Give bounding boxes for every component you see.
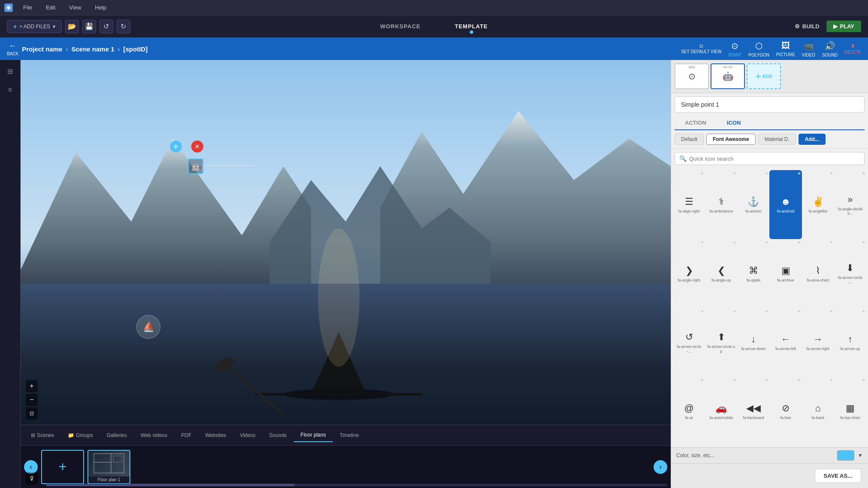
star-icon[interactable]: ★ <box>797 171 801 176</box>
add-icon-thumb[interactable]: + ADD <box>747 63 781 89</box>
icon-cell-fa-archive[interactable]: ★▣fa-archive <box>769 239 802 308</box>
undo-button[interactable]: ↺ <box>99 20 113 33</box>
star-icon[interactable]: ★ <box>732 309 736 314</box>
action-tab[interactable]: ACTION <box>675 116 717 129</box>
zoom-in-button[interactable]: + <box>26 380 38 392</box>
star-icon[interactable]: ★ <box>862 171 865 176</box>
star-icon[interactable]: ★ <box>829 377 833 382</box>
icon-cell-fa-at[interactable]: ★@fa-at <box>673 377 705 446</box>
icon-cell-fa-ban[interactable]: ★⊘fa-ban <box>769 377 802 446</box>
star-icon[interactable]: ★ <box>797 377 801 382</box>
save-as-button[interactable]: SAVE AS... <box>815 469 861 483</box>
star-icon[interactable]: ★ <box>732 240 736 245</box>
default-icon-thumb[interactable]: ⊙ 000 <box>675 63 709 89</box>
prev-button[interactable]: ‹ <box>24 460 38 474</box>
spot-icon-box[interactable]: 🤖 <box>188 159 203 174</box>
build-button[interactable]: ⚙ BUILD <box>795 23 820 30</box>
star-icon[interactable]: ★ <box>700 240 704 245</box>
icon-cell-fa-angle-double[interactable]: ★»fa-angle-double... <box>834 170 866 239</box>
next-button[interactable]: › <box>654 460 667 474</box>
star-icon[interactable]: ★ <box>797 309 801 314</box>
save-button[interactable]: 💾 <box>82 20 96 33</box>
color-expand-icon[interactable]: ▼ <box>858 452 863 458</box>
icon-cell-fa-angle-right[interactable]: ★❯fa-angle-right <box>673 239 705 308</box>
template-tab[interactable]: TEMPLATE <box>437 20 505 33</box>
point-name-input[interactable] <box>675 96 865 113</box>
canvas-area[interactable]: ✛ ✕ 🤖 ⛵ + − ⊡ <box>21 60 671 425</box>
icon-cell-fa-area-chart[interactable]: ★⌇fa-area-chart <box>802 239 834 308</box>
timeline-scrollbar[interactable] <box>46 484 667 486</box>
add-source-tab[interactable]: Add... <box>799 134 826 145</box>
tab-webvideos[interactable]: Web videos <box>134 429 174 442</box>
set-default-view-button[interactable]: ⊡ SET DEFAULT VIEW <box>681 44 721 54</box>
tab-floor-plans[interactable]: Floor plans <box>294 428 333 442</box>
icon-cell-fa-arrow-down[interactable]: ★↓fa-arrow-down <box>737 308 769 377</box>
icon-cell-fa-align-right[interactable]: ★☰fa-align-right <box>673 170 705 239</box>
point-tool-button[interactable]: ⊙ POINT <box>729 41 742 57</box>
open-folder-button[interactable]: 📂 <box>65 20 79 33</box>
default-source-tab[interactable]: Default <box>675 134 704 145</box>
tab-timeline[interactable]: Timeline <box>333 429 366 442</box>
menu-view[interactable]: View <box>66 3 84 12</box>
icon-cell-fa-bar-chart[interactable]: ★▦fa-bar-chart <box>834 377 866 446</box>
icon-cell-fa-automobile[interactable]: ★🚗fa-automobile <box>705 377 737 446</box>
icon-cell-fa-arrow-circle[interactable]: ★⬇fa-arrow-circle-... <box>834 239 866 308</box>
tab-sounds[interactable]: Sounds <box>262 429 294 442</box>
star-icon[interactable]: ★ <box>765 377 769 382</box>
floor-plan-thumb[interactable]: Floor plan 1 <box>87 450 130 484</box>
star-icon[interactable]: ★ <box>700 171 704 176</box>
font-awesome-tab[interactable]: Font Awesome <box>706 134 756 145</box>
icon-cell-fa-apple[interactable]: ★⌘fa-apple <box>737 239 769 308</box>
icon-cell-fa-backward[interactable]: ★◀◀fa-backward <box>737 377 769 446</box>
zoom-out-button[interactable]: − <box>26 394 38 406</box>
picture-tool-button[interactable]: 🖼 PICTURE <box>776 41 795 57</box>
star-icon[interactable]: ★ <box>732 171 736 176</box>
workspace-tab[interactable]: WORKSPACE <box>363 20 437 33</box>
sidebar-scenes-icon[interactable]: ⊞ <box>3 63 18 79</box>
star-icon[interactable]: ★ <box>765 240 769 245</box>
icon-cell-fa-bank[interactable]: ★⌂fa-bank <box>802 377 834 446</box>
icon-cell-fa-android[interactable]: ★☻fa-android <box>769 170 802 239</box>
star-icon[interactable]: ★ <box>862 240 865 245</box>
star-icon[interactable]: ★ <box>700 377 704 382</box>
spot-move-handle[interactable]: ✛ <box>170 141 182 153</box>
color-swatch[interactable] <box>837 450 854 461</box>
menu-help[interactable]: Help <box>91 3 110 12</box>
icon-cell-fa-arrow-left[interactable]: ★←fa-arrow-left <box>769 308 802 377</box>
play-button[interactable]: ▶ PLAY <box>826 21 861 32</box>
add-files-button[interactable]: + + ADD FILES ▾ <box>7 20 62 33</box>
zoom-fit-button[interactable]: ⊡ <box>26 407 38 419</box>
icon-cell-fa-angellist[interactable]: ★✌fa-angellist <box>802 170 834 239</box>
add-floor-plan-button[interactable]: + <box>41 450 84 484</box>
polygon-tool-button[interactable]: ⬡ POLYGON <box>748 41 769 57</box>
star-icon[interactable]: ★ <box>797 240 801 245</box>
sidebar-layers-icon[interactable]: ≡ <box>3 82 18 98</box>
tab-galleries[interactable]: Galleries <box>99 429 133 442</box>
star-icon[interactable]: ★ <box>700 309 704 314</box>
icon-cell-fa-anchor[interactable]: ★⚓fa-anchor <box>737 170 769 239</box>
icon-cell-fa-angle-up[interactable]: ★❮fa-angle-up <box>705 239 737 308</box>
android-icon-thumb[interactable]: 🤖 foc:00 <box>711 63 745 89</box>
tab-pdf[interactable]: PDF <box>174 429 198 442</box>
filter-button[interactable]: ⊽ <box>26 473 38 485</box>
back-button[interactable]: ← BACK <box>7 42 18 56</box>
icon-cell-fa-arrow-up[interactable]: ★↑fa-arrow-up <box>834 308 866 377</box>
star-icon[interactable]: ★ <box>829 309 833 314</box>
menu-edit[interactable]: Edit <box>42 3 59 12</box>
star-icon[interactable]: ★ <box>862 309 865 314</box>
spot-delete-handle[interactable]: ✕ <box>191 141 203 153</box>
icon-cell-fa-ambulance[interactable]: ★⚕fa-ambulance <box>705 170 737 239</box>
star-icon[interactable]: ★ <box>732 377 736 382</box>
redo-button[interactable]: ↻ <box>117 20 130 33</box>
menu-file[interactable]: File <box>20 3 36 12</box>
icon-cell-fa-arrow-circle-l[interactable]: ★↺fa-arrow-circle-... <box>673 308 705 377</box>
star-icon[interactable]: ★ <box>765 171 769 176</box>
tab-websites[interactable]: Websites <box>198 429 233 442</box>
star-icon[interactable]: ★ <box>829 171 833 176</box>
delete-tool-button[interactable]: 🗑 DELETE <box>844 43 861 54</box>
tab-groups[interactable]: 📁 Groups <box>61 429 99 442</box>
compass-spot[interactable]: ⛵ <box>136 315 160 339</box>
icon-tab[interactable]: ICON <box>717 116 751 130</box>
star-icon[interactable]: ★ <box>829 240 833 245</box>
icon-search-input[interactable] <box>689 156 860 162</box>
